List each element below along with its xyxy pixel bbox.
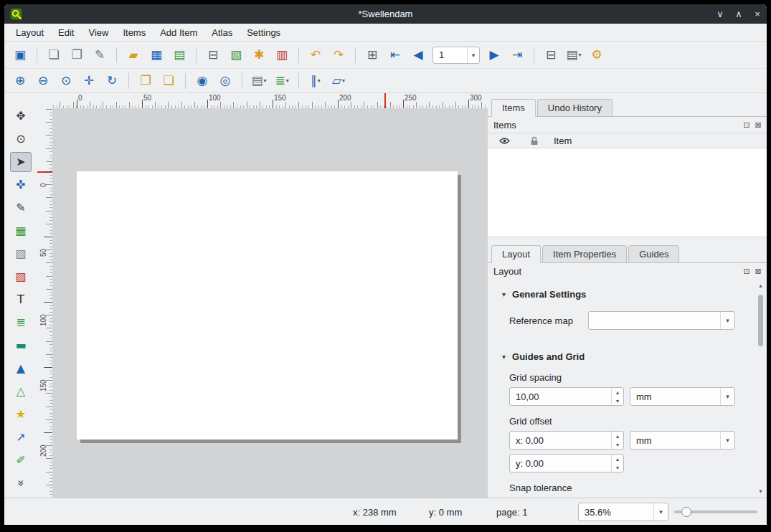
grid-spacing-spinbox[interactable]: 10,00 ▴▾ bbox=[509, 387, 624, 406]
zoom-tool-button[interactable]: ⊙ bbox=[10, 129, 32, 149]
raise-items-button[interactable]: ▤▾ bbox=[248, 71, 270, 91]
tab-item-properties[interactable]: Item Properties bbox=[542, 245, 627, 263]
unlock-items-button[interactable]: ◎ bbox=[214, 71, 236, 91]
tab-layout[interactable]: Layout bbox=[491, 245, 541, 263]
maximize-button[interactable]: ∧ bbox=[729, 4, 748, 24]
add-arrow-button[interactable]: ↗ bbox=[10, 427, 32, 447]
layout-canvas[interactable] bbox=[53, 109, 488, 498]
export-image-button[interactable]: ▧ bbox=[225, 45, 247, 65]
pan-tool-button[interactable]: ✥ bbox=[10, 106, 32, 126]
align-items-button[interactable]: ≣▾ bbox=[271, 71, 293, 91]
layout-page[interactable] bbox=[77, 171, 458, 440]
menu-layout[interactable]: Layout bbox=[9, 24, 51, 42]
menu-items[interactable]: Items bbox=[115, 24, 153, 42]
zoom-actual-button[interactable]: ⊙ bbox=[55, 71, 77, 91]
distribute-items-button[interactable]: ∥▾ bbox=[305, 71, 326, 91]
atlas-previous-feature-button[interactable]: ◀ bbox=[407, 45, 429, 65]
add-node-item-button[interactable]: ✐ bbox=[10, 450, 32, 470]
add-legend-button[interactable]: ≣ bbox=[10, 313, 32, 333]
group-items-button[interactable]: ❐ bbox=[135, 71, 156, 91]
dropdown-arrow-icon[interactable]: ▾ bbox=[467, 47, 479, 63]
atlas-feature-spinbox[interactable]: 1▾ bbox=[432, 47, 480, 64]
refresh-view-button[interactable]: ↻ bbox=[101, 71, 123, 91]
spin-up-icon[interactable]: ▴ bbox=[612, 455, 623, 463]
items-list[interactable] bbox=[488, 148, 767, 237]
layout-manager-button[interactable]: ✎ bbox=[89, 45, 110, 65]
grid-offset-y-spinbox[interactable]: y: 0,00 ▴▾ bbox=[509, 454, 624, 472]
titlebar[interactable]: *Swellendam ∨∧× bbox=[4, 4, 767, 24]
menu-atlas[interactable]: Atlas bbox=[204, 24, 240, 42]
print-button[interactable]: ⊟ bbox=[202, 45, 224, 65]
spin-down-icon[interactable]: ▾ bbox=[612, 463, 623, 472]
tab-undo-history[interactable]: Undo History bbox=[537, 99, 612, 117]
add-north-arrow-button[interactable]: ▲ bbox=[10, 358, 32, 379]
undo-button[interactable]: ↶ bbox=[305, 45, 326, 65]
open-template-button[interactable]: ▰ bbox=[123, 45, 144, 65]
grid-offset-unit-combobox[interactable]: mm ▾ bbox=[630, 431, 735, 450]
spin-down-icon[interactable]: ▾ bbox=[612, 396, 623, 405]
more-tools-button[interactable]: » bbox=[10, 473, 32, 493]
menu-view[interactable]: View bbox=[81, 24, 115, 42]
scroll-down-icon[interactable]: ▾ bbox=[759, 488, 762, 495]
zoom-in-button[interactable]: ⊕ bbox=[9, 71, 31, 91]
add-shape-icon: △ bbox=[16, 386, 25, 397]
float-panel-button[interactable]: ⊡ bbox=[741, 119, 752, 130]
atlas-next-feature-button[interactable]: ▶ bbox=[483, 45, 505, 65]
move-item-content-button[interactable]: ✜ bbox=[10, 175, 32, 195]
export-atlas-button[interactable]: ▤▾ bbox=[563, 45, 585, 65]
add-map-button[interactable]: ▦ bbox=[10, 221, 32, 241]
tab-items[interactable]: Items bbox=[491, 99, 536, 117]
lock-items-button[interactable]: ◉ bbox=[191, 71, 213, 91]
spin-up-icon[interactable]: ▴ bbox=[612, 432, 623, 440]
section-guides-and-grid[interactable]: ▾ Guides and Grid bbox=[502, 351, 735, 362]
add-label-button[interactable]: T bbox=[10, 290, 32, 310]
preview-atlas-icon: ⊞ bbox=[367, 49, 377, 61]
new-layout-button[interactable]: ❏ bbox=[43, 45, 65, 65]
save-as-template-button[interactable]: ▦ bbox=[146, 45, 167, 65]
close-button[interactable]: × bbox=[748, 4, 767, 24]
edit-nodes-item-button[interactable]: ✎ bbox=[10, 198, 32, 218]
section-general-settings[interactable]: ▾ General Settings bbox=[502, 289, 735, 300]
duplicate-layout-button[interactable]: ❐ bbox=[66, 45, 87, 65]
add-shape-button[interactable]: △ bbox=[10, 381, 32, 402]
close-panel-button[interactable]: ⊠ bbox=[752, 119, 764, 130]
resize-items-button[interactable]: ▱▾ bbox=[328, 71, 349, 91]
add-items-from-template-button[interactable]: ▤ bbox=[169, 45, 190, 65]
zoom-full-button[interactable]: ✛ bbox=[78, 71, 100, 91]
spin-up-icon[interactable]: ▴ bbox=[612, 388, 623, 396]
minimize-button[interactable]: ∨ bbox=[711, 4, 729, 24]
slider-handle[interactable] bbox=[681, 507, 691, 517]
reference-map-combobox[interactable]: ▾ bbox=[588, 311, 735, 330]
tab-guides[interactable]: Guides bbox=[628, 245, 679, 263]
layout-panel-scrollbar[interactable]: ▴ ▾ bbox=[757, 282, 765, 495]
spin-down-icon[interactable]: ▾ bbox=[612, 440, 623, 449]
scrollbar-thumb[interactable] bbox=[758, 295, 763, 346]
ungroup-items-button[interactable]: ❏ bbox=[158, 71, 179, 91]
atlas-first-feature-button[interactable]: ⇤ bbox=[384, 45, 406, 65]
menu-label: Items bbox=[123, 27, 146, 38]
print-atlas-button[interactable]: ⊟ bbox=[540, 45, 562, 65]
menu-edit[interactable]: Edit bbox=[51, 24, 81, 42]
preview-atlas-button[interactable]: ⊞ bbox=[361, 45, 383, 65]
zoom-slider[interactable] bbox=[674, 507, 757, 517]
zoom-level-combobox[interactable]: 35.6% ▾ bbox=[578, 503, 668, 521]
zoom-out-button[interactable]: ⊖ bbox=[32, 71, 54, 91]
grid-spacing-unit-combobox[interactable]: mm ▾ bbox=[630, 387, 735, 406]
redo-button[interactable]: ↷ bbox=[328, 45, 349, 65]
menu-add-item[interactable]: Add Item bbox=[153, 24, 204, 42]
atlas-last-feature-button[interactable]: ⇥ bbox=[506, 45, 528, 65]
export-pdf-button[interactable]: ▥ bbox=[271, 45, 293, 65]
export-svg-button[interactable]: ✱ bbox=[248, 45, 270, 65]
add-3d-map-button[interactable]: ▧ bbox=[10, 244, 32, 264]
add-picture-button[interactable]: ▨ bbox=[10, 267, 32, 287]
add-marker-button[interactable]: ★ bbox=[10, 404, 32, 424]
scroll-up-icon[interactable]: ▴ bbox=[759, 282, 762, 289]
atlas-settings-button[interactable]: ⚙ bbox=[586, 45, 607, 65]
select-move-item-button[interactable]: ➤ bbox=[10, 152, 32, 172]
close-panel-button[interactable]: ⊠ bbox=[752, 265, 764, 277]
save-project-button[interactable]: ▣ bbox=[9, 45, 31, 65]
add-scalebar-button[interactable]: ▬ bbox=[10, 336, 32, 356]
menu-settings[interactable]: Settings bbox=[240, 24, 288, 42]
float-panel-button[interactable]: ⊡ bbox=[741, 265, 752, 277]
grid-offset-x-spinbox[interactable]: x: 0,00 ▴▾ bbox=[509, 431, 624, 450]
